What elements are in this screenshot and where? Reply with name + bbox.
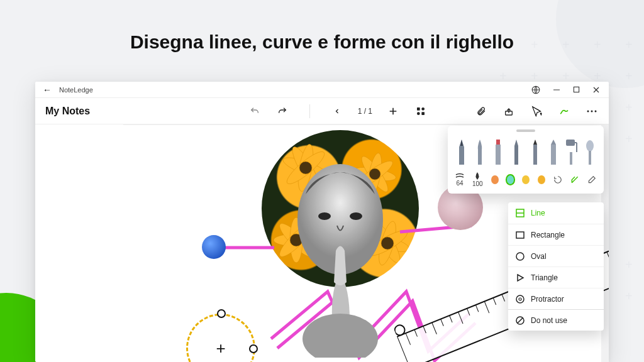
brush-panel: 64 100 [448,126,604,194]
svg-point-11 [591,110,593,112]
svg-point-36 [303,314,378,358]
svg-rect-7 [417,112,420,115]
redo-button[interactable] [275,104,289,118]
collage-portrait [287,156,394,358]
brush-tool-button[interactable] [557,104,571,118]
svg-point-34 [318,212,331,220]
color-swatch-orange[interactable] [491,175,499,184]
svg-rect-64 [496,140,500,145]
prev-page-button[interactable] [330,104,344,118]
back-button[interactable]: ← [40,85,54,95]
oval-icon [516,252,525,261]
color-swatch-amber[interactable] [538,175,545,184]
shape-label: Rectangle [531,231,565,239]
svg-rect-68 [566,140,575,146]
svg-rect-71 [570,152,572,165]
svg-rect-2 [574,87,579,92]
maximize-button[interactable] [569,86,584,93]
grid-view-button[interactable] [414,104,428,118]
line-icon [516,209,525,217]
svg-point-79 [519,298,521,300]
more-button[interactable] [585,104,599,118]
circle-handle[interactable] [217,309,226,318]
minimize-button[interactable] [549,86,564,94]
svg-rect-73 [589,151,591,165]
shape-label: Line [531,209,545,217]
brush-fountain-pen[interactable] [455,140,468,165]
brush-pencil[interactable] [529,140,541,165]
shape-item-triangle[interactable]: Triangle [508,266,604,288]
doc-title: My Notes [45,106,90,117]
svg-point-77 [516,253,524,260]
globe-icon[interactable] [528,85,544,94]
share-button[interactable] [502,104,516,118]
close-button[interactable] [589,86,604,94]
page-indicator: 1 / 1 [358,107,372,116]
window-titlebar: ← NoteLedge [35,82,609,98]
attachment-button[interactable] [474,104,488,118]
shape-item-rectangle[interactable]: Rectangle [508,224,604,245]
svg-point-10 [587,110,589,112]
shape-label: Oval [531,252,547,261]
brush-size-control[interactable]: 64 [455,173,464,187]
none-icon [516,316,525,325]
svg-rect-5 [417,107,420,111]
svg-rect-67 [551,145,556,165]
eraser-button[interactable] [587,175,596,184]
app-window: ← NoteLedge My Notes [35,82,609,362]
triangle-icon [516,273,525,282]
svg-rect-76 [516,232,524,238]
main-toolbar: My Notes 1 / 1 [35,98,609,124]
svg-rect-65 [496,145,501,165]
shape-item-protractor[interactable]: Protractor [508,288,604,309]
shape-item-line[interactable]: Line [508,202,604,224]
svg-rect-8 [421,112,425,115]
shape-item-oval[interactable]: Oval [508,245,604,266]
shape-label: Do not use [531,316,567,325]
svg-line-81 [518,318,523,323]
ruler-toggle-button[interactable] [570,175,579,184]
shape-label: Protractor [531,295,564,304]
circle-handle[interactable] [249,344,258,353]
app-name: NoteLedge [59,86,93,94]
cursor-overlay-icon [531,106,545,119]
shape-label: Triangle [531,273,558,282]
color-swatch-teal[interactable] [507,175,514,184]
color-history-button[interactable] [553,175,562,184]
brush-size-value: 64 [456,180,463,187]
color-swatch-gold[interactable] [522,175,530,184]
brush-opacity-value: 100 [472,180,483,187]
panel-grip[interactable] [516,129,535,132]
svg-rect-66 [533,145,537,165]
svg-rect-6 [421,107,425,111]
shape-menu: Line Rectangle Oval Triangle Protractor … [508,202,604,331]
brush-roller[interactable] [565,140,578,165]
brush-calligraphy[interactable] [474,140,486,165]
undo-button[interactable] [248,104,262,118]
headline: Disegna linee, curve e forme con il righ… [0,31,644,53]
brush-crayon[interactable] [547,140,560,165]
add-page-button[interactable] [386,104,400,118]
shape-item-none[interactable]: Do not use [508,309,604,331]
collage-blue-sphere [202,235,226,259]
brush-pen[interactable] [510,140,523,165]
protractor-icon [516,295,525,304]
brush-marker[interactable] [492,140,504,165]
svg-point-35 [350,212,362,220]
svg-point-78 [516,295,524,303]
svg-point-12 [595,110,597,112]
rectangle-icon [516,231,525,239]
brush-blur[interactable] [584,140,596,165]
svg-point-72 [586,140,594,151]
brush-opacity-control[interactable]: 100 [472,172,483,187]
